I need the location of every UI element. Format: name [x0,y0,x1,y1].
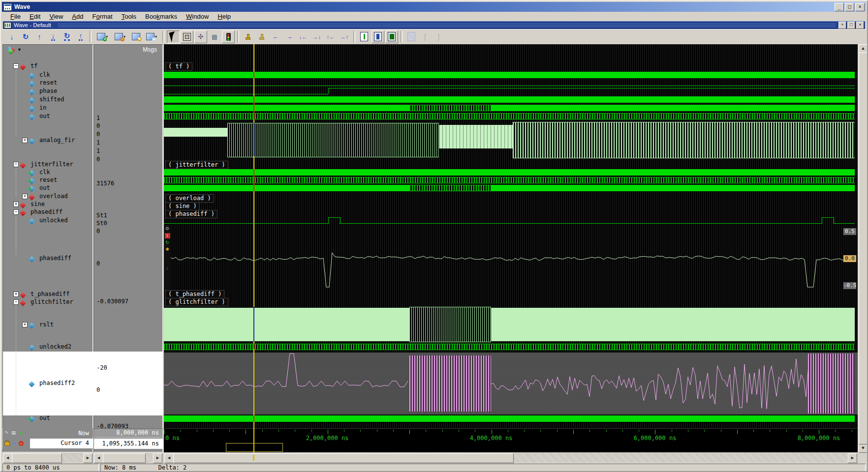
wave-group-label-t-phasediff[interactable]: ( t_phasediff ) [165,290,224,298]
restore-all-up-icon[interactable]: ↑ [74,30,87,43]
zoom-in-icon[interactable] [358,30,371,43]
maximize-pane-icon[interactable]: □ [847,22,855,29]
signal-value[interactable]: 1 [96,139,100,147]
restore-up-icon[interactable]: ↑ [33,30,46,43]
signal-value[interactable]: 0 [96,122,100,130]
previous-transition-icon[interactable]: ← [269,30,282,43]
menu-window[interactable]: Window [182,12,213,21]
pencil-icon[interactable]: ✎ [4,430,9,436]
grid-icon[interactable] [405,30,418,43]
zoom-mode-icon[interactable]: ⊡ [181,30,193,43]
maximize-icon[interactable]: □ [845,3,854,11]
scroll-left-icon[interactable]: ◄ [94,453,103,463]
next-falling-edge-icon[interactable]: →↓ [310,30,323,43]
signal-value[interactable]: -0.030097 [96,297,128,305]
minimize-icon[interactable]: _ [835,3,844,11]
edit-list-icon[interactable]: ▤ [208,30,221,43]
star-icon[interactable]: ✱ [165,247,170,252]
expand-toggle[interactable] [22,138,28,143]
collapse-toggle[interactable] [13,63,19,69]
menu-file[interactable]: File [6,12,25,21]
next-rising-edge-icon[interactable]: →↑ [338,30,351,43]
scroll-down-icon[interactable]: ▼ [859,444,868,453]
previous-falling-edge-icon[interactable]: ↓← [297,30,310,43]
cursor-value[interactable]: 1,095,355.144 ns [93,438,163,449]
signal-value[interactable]: St0 [96,219,107,227]
pencil-icon[interactable]: ✎ [11,441,17,446]
menu-add[interactable]: Add [67,12,88,21]
scrollbar-thumb[interactable] [12,453,62,463]
wave-group-label-tf[interactable]: ( tf ) [165,62,192,71]
waveform-canvas[interactable]: ⚙ ↕ ↻ ✱ ↓ 0.5 0.0 -0.5 ( tf ) ( jitterfi… [164,44,858,452]
signal-filter-icon[interactable] [6,46,15,53]
scrollbar-thumb[interactable] [859,53,868,444]
expand-toggle[interactable] [22,322,28,327]
wave-group-label-jitterfilter[interactable]: ( jitterfilter ) [165,161,228,169]
signal-value[interactable]: 0 [96,260,100,267]
scroll-right-icon[interactable]: ► [153,453,162,463]
signal-value[interactable]: 0 [96,155,100,163]
pane-grip[interactable] [58,23,836,27]
signal-value[interactable]: 1 [96,147,100,155]
cursor-name[interactable]: Cursor 4 [30,439,93,448]
collapse-toggle[interactable] [13,209,19,215]
signal-value[interactable]: 0 [96,227,100,235]
expand-wave-icon[interactable]: ⌡ [433,30,445,43]
delete-cursor-icon[interactable]: − [19,441,24,446]
menu-tools[interactable]: Tools [117,12,141,21]
format-icon[interactable]: ↕ [165,233,170,238]
compare-wave-icon[interactable]: ⌠ [419,30,432,43]
float-pane-icon[interactable]: + [838,22,846,29]
zoom-full-icon[interactable] [385,30,398,43]
wave-group-label-sine[interactable]: ( sine ) [165,202,200,210]
signal-value[interactable]: St1 [96,211,107,219]
scroll-left-icon[interactable]: ◄ [3,453,12,463]
select-mode-icon[interactable] [167,30,180,43]
scrollbar-thumb[interactable] [173,453,514,463]
scroll-right-icon[interactable]: ► [848,453,857,463]
arrow-down-icon[interactable]: ↓ [165,266,170,271]
wave-vscrollbar[interactable]: ▲ ▼ [859,44,868,452]
insert-cursor-icon[interactable] [242,30,254,43]
examine-mode-icon[interactable] [222,30,235,43]
signal-value[interactable]: 0 [96,130,100,138]
reload-icon[interactable]: ↻ [19,30,32,43]
scroll-up-icon[interactable]: ▲ [859,44,868,53]
signal-value[interactable]: 1 [96,114,100,122]
expand-toggle[interactable] [13,202,19,207]
menu-view[interactable]: View [45,12,67,21]
names-hscrollbar[interactable]: ◄ ► [2,453,93,463]
restore-all-down-icon[interactable]: ↓ [47,30,60,43]
collapse-toggle[interactable] [13,162,19,167]
remove-wave-icon[interactable]: −▾ [112,30,128,43]
scrollbar-thumb[interactable] [103,453,146,463]
signal-value[interactable]: 0 [96,386,100,394]
insert-wave-icon[interactable]: ▤▾ [143,30,160,43]
wave-group-label-phasediff[interactable]: ( phasediff ) [165,210,217,218]
wave-group-label-overload[interactable]: ( overload ) [165,194,214,203]
next-transition-icon[interactable]: → [283,30,296,43]
menu-help[interactable]: Help [213,12,235,21]
wave-group-label-glitchfilter[interactable]: ( glitchfilter ) [165,298,228,306]
menu-bookmarks[interactable]: Bookmarks [141,12,182,21]
wave-hscrollbar[interactable]: ◄ ► [164,453,858,463]
menu-edit[interactable]: Edit [25,12,45,21]
scroll-right-icon[interactable]: ► [83,453,93,463]
menu-format[interactable]: Format [88,12,117,21]
expand-toggle[interactable] [22,194,28,199]
delete-cursor-icon[interactable] [255,30,268,43]
pane-title-bar[interactable]: Wave - Default + □ × [3,21,865,29]
add-wave-icon[interactable]: +▾ [94,30,111,43]
scroll-left-icon[interactable]: ◄ [164,453,174,463]
signal-value[interactable]: 31576 [96,179,114,187]
signal-value[interactable]: -20 [96,364,107,372]
collapse-toggle[interactable] [13,299,19,305]
refresh-icon[interactable]: ↻ [165,240,170,245]
cursor-time-flag[interactable] [226,443,283,452]
values-hscrollbar[interactable]: ◄ ► [93,453,163,463]
time-ruler[interactable]: 0 ns 2,000,000 ns 4,000,000 ns 6,000,000… [164,428,858,442]
close-pane-icon[interactable]: × [856,22,864,29]
close-icon[interactable]: × [855,3,865,11]
previous-rising-edge-icon[interactable]: ↑← [324,30,337,43]
cursor-row[interactable]: ✎ − Cursor 4 [2,438,93,449]
